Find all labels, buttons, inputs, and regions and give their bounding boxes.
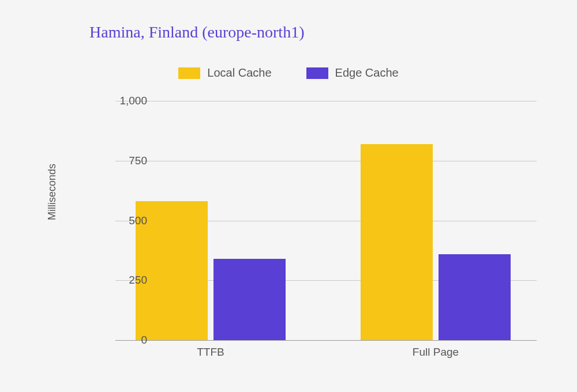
chart-title: Hamina, Finland (europe-north1) bbox=[89, 23, 304, 42]
legend-item-local: Local Cache bbox=[178, 66, 271, 80]
x-tick-fullpage: Full Page bbox=[413, 346, 459, 359]
bar-edge-cache-full-page bbox=[439, 254, 511, 340]
x-tick-ttfb: TTFB bbox=[197, 346, 224, 359]
x-axis-line bbox=[115, 340, 537, 341]
bar-edge-cache-ttfb bbox=[213, 259, 286, 340]
legend-label-edge: Edge Cache bbox=[335, 66, 399, 80]
plot-area bbox=[115, 101, 537, 340]
y-tick-500: 500 bbox=[101, 214, 147, 227]
y-tick-0: 0 bbox=[101, 334, 147, 346]
legend: Local Cache Edge Cache bbox=[0, 66, 577, 80]
legend-swatch-edge bbox=[306, 67, 328, 79]
y-tick-250: 250 bbox=[101, 274, 147, 287]
y-tick-750: 750 bbox=[101, 154, 147, 167]
legend-item-edge: Edge Cache bbox=[306, 66, 399, 80]
y-tick-1000: 1,000 bbox=[101, 95, 147, 107]
bars-container bbox=[115, 101, 537, 340]
legend-label-local: Local Cache bbox=[207, 66, 271, 80]
y-axis-title: Milliseconds bbox=[46, 164, 58, 220]
bar-local-cache-full-page bbox=[361, 144, 433, 340]
legend-swatch-local bbox=[178, 67, 200, 79]
